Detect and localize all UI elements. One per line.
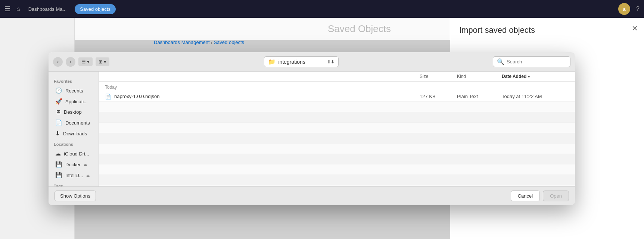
- table-row: [99, 102, 575, 112]
- sidebar-item-intellij[interactable]: 💾 IntelliJ... ⏏: [50, 170, 97, 180]
- hamburger-icon[interactable]: ☰: [4, 5, 10, 13]
- sidebar-item-recents[interactable]: 🕐 Recents: [50, 85, 97, 96]
- picker-footer: Show Options Cancel Open: [49, 186, 575, 205]
- nav-tab-dashboards[interactable]: Dashboards Ma...: [23, 4, 72, 14]
- list-view-chevron: ▾: [87, 59, 90, 65]
- grid-view-chevron: ▾: [104, 59, 106, 65]
- table-row: [99, 133, 575, 144]
- open-button[interactable]: Open: [543, 191, 569, 201]
- close-icon[interactable]: ✕: [632, 24, 638, 33]
- sidebar-item-label: IntelliJ...: [65, 173, 83, 178]
- list-view-button[interactable]: ☰ ▾: [78, 57, 93, 66]
- breadcrumb: Dashboards Management / Saved objects: [154, 40, 244, 45]
- location-bar[interactable]: 📁 integrations ⬆⬇: [264, 56, 339, 67]
- sidebar-item-applications[interactable]: 🚀 Applicati...: [50, 96, 97, 107]
- picker-sidebar: Favorites 🕐 Recents 🚀 Applicati... 🖥 Des…: [49, 72, 99, 186]
- home-icon[interactable]: ⌂: [16, 6, 20, 12]
- cancel-button[interactable]: Cancel: [511, 191, 540, 201]
- eject-icon: ⏏: [84, 163, 87, 167]
- file-kind: Plain Text: [457, 94, 502, 99]
- tags-label: Tags: [49, 181, 99, 186]
- sidebar-item-label: Recents: [65, 88, 83, 94]
- downloads-icon: ⬇: [55, 130, 60, 137]
- forward-button[interactable]: ›: [66, 57, 75, 67]
- grid-view-button[interactable]: ⊞ ▾: [96, 57, 109, 66]
- file-name: haproxy-1.0.0.ndjson: [114, 94, 159, 99]
- show-options-button[interactable]: Show Options: [55, 191, 96, 201]
- file-icon: 📄: [105, 94, 111, 100]
- table-row: [99, 175, 575, 185]
- page-title: Saved Objects: [328, 23, 391, 35]
- list-view-icon: ☰: [81, 59, 86, 65]
- sidebar-item-label: Docker: [65, 162, 81, 167]
- sidebar-item-label: Documents: [65, 120, 90, 126]
- table-row: [99, 144, 575, 154]
- file-picker-dialog: ‹ › ☰ ▾ ⊞ ▾ 📁 integrations ⬆⬇ 🔍 Favorite…: [49, 52, 575, 205]
- table-row: [99, 164, 575, 175]
- docker-icon: 💾: [55, 161, 62, 168]
- file-name-cell: 📄 haproxy-1.0.0.ndjson: [105, 94, 420, 100]
- back-button[interactable]: ‹: [53, 57, 63, 67]
- recents-icon: 🕐: [55, 87, 62, 94]
- search-bar[interactable]: 🔍: [493, 56, 570, 67]
- table-row: [99, 112, 575, 123]
- sidebar-item-label: iCloud Dri...: [64, 151, 89, 157]
- filelist-header: Size Kind Date Added ▾: [99, 72, 575, 82]
- breadcrumb-child[interactable]: Saved objects: [214, 40, 244, 45]
- top-nav: ☰ ⌂ Dashboards Ma... Saved objects a ?: [0, 0, 644, 18]
- file-date: Today at 11:22 AM: [502, 94, 569, 99]
- sidebar-item-downloads[interactable]: ⬇ Downloads: [50, 128, 97, 139]
- folder-icon: 📁: [268, 58, 276, 65]
- file-size: 127 KB: [420, 94, 457, 99]
- picker-toolbar: ‹ › ☰ ▾ ⊞ ▾ 📁 integrations ⬆⬇ 🔍: [49, 52, 575, 72]
- search-icon: 🔍: [497, 58, 504, 65]
- sidebar-item-desktop[interactable]: 🖥 Desktop: [50, 107, 97, 117]
- group-today-label: Today: [99, 82, 575, 91]
- grid-view-icon: ⊞: [99, 59, 103, 65]
- file-list: Size Kind Date Added ▾ Today 📄 haproxy-1…: [99, 72, 575, 186]
- sort-icon: ▾: [528, 75, 530, 79]
- applications-icon: 🚀: [55, 98, 62, 105]
- locations-label: Locations: [49, 139, 99, 148]
- column-date: Date Added ▾: [502, 74, 569, 79]
- location-text: integrations: [279, 59, 324, 65]
- breadcrumb-parent[interactable]: Dashboards Management: [154, 40, 210, 45]
- favorites-label: Favorites: [49, 76, 99, 85]
- search-input[interactable]: [507, 59, 566, 65]
- help-icon[interactable]: ?: [636, 6, 640, 12]
- table-row: [99, 123, 575, 133]
- sidebar-item-label: Downloads: [63, 131, 87, 136]
- intellij-icon: 💾: [55, 172, 62, 179]
- import-panel-title: Import saved objects: [459, 25, 635, 35]
- table-row: [99, 154, 575, 164]
- sidebar-item-docker[interactable]: 💾 Docker ⏏: [50, 159, 97, 170]
- desktop-icon: 🖥: [55, 109, 61, 115]
- nav-tab-saved[interactable]: Saved objects: [75, 4, 116, 14]
- documents-icon: 📄: [55, 119, 62, 126]
- icloud-icon: ☁: [55, 150, 61, 157]
- column-size: Size: [420, 74, 457, 79]
- eject-icon: ⏏: [86, 173, 90, 177]
- sidebar-item-label: Applicati...: [65, 99, 88, 104]
- column-kind: Kind: [457, 74, 502, 79]
- sidebar-item-label: Desktop: [64, 109, 82, 115]
- sidebar-item-documents[interactable]: 📄 Documents: [50, 117, 97, 128]
- sidebar-item-icloud[interactable]: ☁ iCloud Dri...: [50, 148, 97, 159]
- file-rows: Today 📄 haproxy-1.0.0.ndjson 127 KB Plai…: [99, 82, 575, 186]
- table-row[interactable]: 📄 haproxy-1.0.0.ndjson 127 KB Plain Text…: [99, 91, 575, 102]
- location-chevron-icon: ⬆⬇: [327, 59, 335, 65]
- avatar[interactable]: a: [618, 3, 630, 15]
- picker-body: Favorites 🕐 Recents 🚀 Applicati... 🖥 Des…: [49, 72, 575, 186]
